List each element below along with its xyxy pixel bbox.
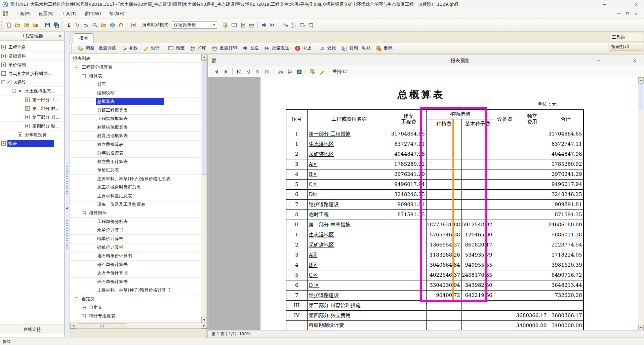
blue-next-icon[interactable] [222,67,230,76]
option-square-icon[interactable] [25,115,30,119]
mdi-close-button[interactable]: × [633,11,640,17]
report-list-item[interactable]: 封育治理概算表 [70,132,201,141]
scroll-right-icon[interactable]: ▶ [201,323,207,329]
menu-item[interactable]: 窗口(W) [80,9,105,18]
report-toolbar-button[interactable]: 删除 [373,43,395,53]
send-double-icon[interactable] [269,21,277,29]
paste-mode-select[interactable]: 保留原单价 [172,21,217,29]
minimize-button[interactable] [597,0,612,9]
excel-icon[interactable] [295,67,304,76]
scroll-down-icon[interactable]: ▼ [638,325,644,331]
report-toolbar-button[interactable]: 参数 [118,43,140,53]
close-button[interactable]: × [626,55,644,66]
window-new-icon[interactable] [298,21,307,29]
printer-icon[interactable] [285,67,294,76]
sidebar-item-X标段[interactable]: −X标段 [0,78,64,87]
collapse-arrow-icon[interactable]: ◀ [66,206,68,210]
close-icon[interactable]: × [57,33,63,39]
report-list-item[interactable]: 施工机械台时费汇总表 [70,183,201,192]
option-square-icon[interactable] [1,45,6,49]
tab-report[interactable]: 报表 [74,33,93,43]
sidebar-item-第一部分工[interactable]: 第一部分 工... [0,95,64,104]
collapse-icon[interactable]: − [1,80,5,84]
maximize-button[interactable] [612,0,628,9]
collapse-icon[interactable]: − [82,74,86,78]
report-list-item[interactable]: 砾石单价计算书 [70,261,201,269]
report-list-item[interactable]: −自定义 [70,295,201,304]
open-folder-icon[interactable] [13,21,22,29]
blue-prev-icon[interactable] [212,67,221,76]
folder-arrow-icon[interactable] [22,21,30,29]
report-list-item[interactable]: 砂单价计算书 [70,243,201,252]
sidebar-item-单价编制[interactable]: 单价编制 [0,61,64,69]
save-disk-icon[interactable] [43,21,51,29]
report-toolbar-button[interactable]: 预览 [165,43,187,53]
option-square-icon[interactable] [25,124,30,128]
expand-icon[interactable]: + [82,306,86,309]
collapse-icon[interactable]: − [75,297,78,301]
excel-close-icon[interactable] [129,21,137,29]
report-list-item[interactable]: 封面 [70,80,201,89]
nav-last-icon[interactable] [263,67,272,76]
new-document-icon[interactable] [5,21,13,29]
send-arrow-icon[interactable] [260,21,268,29]
adjust-grid-icon[interactable] [221,21,229,29]
sync-icon[interactable] [281,21,289,29]
report-list-item[interactable]: 编制说明 [70,89,201,98]
preview-vscrollbar[interactable]: ▲ ▼ [638,77,644,331]
sidebar-item-报表[interactable]: 报表 [0,139,64,148]
sidebar-item-基础资料[interactable]: 基础资料 [0,52,64,61]
report-list-item[interactable]: 主要材料、林草(种子)预算价格计算书 [70,286,201,295]
preview-close-button[interactable]: 关闭(C) [330,69,350,75]
collapse-icon[interactable]: − [75,66,78,69]
collapse-icon[interactable]: − [12,89,16,93]
report-list-item[interactable]: 碎石单价计算书 [70,278,201,286]
nav-prev-icon[interactable] [244,67,253,76]
option-square-icon[interactable] [1,141,6,146]
report-list-item[interactable]: 工程措施概算表 [70,115,201,123]
report-list-item[interactable]: +审计专用报表 [70,312,201,321]
report-list-item[interactable]: 水单价计算书 [70,226,201,235]
percent-icon[interactable]: % [82,21,90,29]
online-support-button[interactable]: 在线支持 [0,324,64,334]
option-square-icon[interactable] [1,54,6,58]
nav-first-icon[interactable] [235,67,243,76]
sigma-icon[interactable]: Σ [65,21,73,29]
save-all-icon[interactable] [52,21,60,29]
report-list-item[interactable]: 工程单价分析表 [70,218,201,226]
scroll-left-icon[interactable]: ◀ [70,323,76,329]
report-list-item[interactable]: 块石单价计算书 [70,269,201,278]
folder-plain-icon[interactable] [99,21,108,29]
preview-title-bar[interactable]: 报表预览 × [208,55,644,66]
report-list-item[interactable]: 分年度投资表 [70,149,201,158]
minimize-button[interactable] [589,55,607,66]
adjust-grid-icon[interactable] [308,67,317,76]
nav-next-icon[interactable] [253,67,262,76]
close-button[interactable]: × [628,0,644,9]
menu-item[interactable]: 工程(P) [12,9,35,18]
sidebar-item-第三部分封[interactable]: 第三部分 封... [0,113,64,122]
report-list-item[interactable]: −概算表 [70,72,201,81]
scrollbar-thumb[interactable] [202,60,206,175]
window-go-icon[interactable] [307,21,315,29]
report-toolbar-button[interactable]: 中止 [291,43,313,53]
report-list-hscrollbar[interactable]: ◀ ▶ [70,322,207,329]
chevron-down-icon[interactable] [211,22,217,28]
report-toolbar-button[interactable]: 批量调整 [96,44,118,52]
report-list-vscrollbar[interactable]: ▲ ▼ [201,54,207,323]
design-pencil-icon[interactable] [317,67,326,76]
panel-splitter[interactable]: ◀ [65,32,70,337]
report-toolbar-button[interactable]: 打印 [187,43,208,53]
search-icon[interactable] [91,21,99,29]
report-toolbar-button[interactable]: 批量发送 [261,43,291,53]
sidebar-item-工程信息[interactable]: 工程信息 [0,43,64,52]
sidebar-item-水土保持生态[interactable]: −水土保持生态... [0,87,64,95]
report-list-item[interactable]: −工程部分概算表 [70,63,201,72]
report-toolbar-button[interactable]: 批量打印 [208,43,239,53]
report-list-item[interactable]: 设备、仪器及工具购置表 [70,200,201,209]
report-list-item[interactable]: −概算附件 [70,209,201,218]
report-list-item[interactable]: 林草措施概算表 [70,123,201,132]
report-print-item[interactable]: 报表打印 [609,43,643,51]
menu-item[interactable]: 设置(S) [35,9,57,18]
collapse-icon[interactable]: − [82,212,86,215]
